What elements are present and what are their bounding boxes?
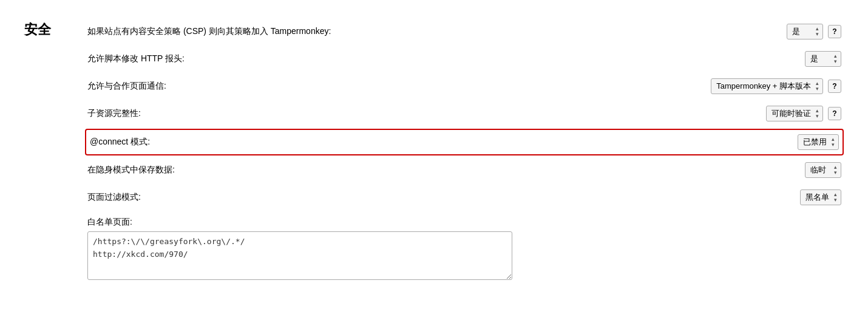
incognito-select-value: 临时 [810, 165, 826, 176]
filter-label: 页面过滤模式: [87, 192, 788, 203]
http-select-arrows: ▴▾ [834, 53, 837, 64]
subresource-control: 可能时验证 ▴▾ ? [766, 106, 841, 121]
section-title: 安全 [24, 18, 61, 285]
filter-select-value: 黑名单 [805, 192, 829, 203]
whitelist-label: 白名单页面: [87, 217, 841, 228]
connect-select-value: 已禁用 [803, 137, 827, 148]
csp-select-value: 是 [792, 26, 800, 37]
page-comm-help-button[interactable]: ? [828, 80, 841, 93]
filter-select-arrows: ▴▾ [834, 192, 837, 203]
csp-label: 如果站点有内容安全策略 (CSP) 则向其策略加入 Tampermonkey: [87, 26, 775, 37]
setting-row-whitelist: 白名单页面: /https?:\/\/greasyfork\.org\/.*/ … [85, 211, 844, 285]
setting-row-http: 允许脚本修改 HTTP 报头: 是 ▴▾ [85, 46, 844, 73]
connect-control: 已禁用 ▴▾ [798, 134, 839, 150]
connect-select-arrows: ▴▾ [832, 137, 835, 148]
incognito-label: 在隐身模式中保存数据: [87, 165, 793, 176]
filter-control: 黑名单 ▴▾ [800, 189, 841, 205]
setting-row-page-comm: 允许与合作页面通信: Tampermonkey + 脚本版本 ▴▾ ? [85, 73, 844, 100]
http-select[interactable]: 是 ▴▾ [805, 51, 841, 67]
page-comm-select[interactable]: Tampermonkey + 脚本版本 ▴▾ [711, 78, 823, 94]
incognito-control: 临时 ▴▾ [805, 162, 841, 178]
setting-row-incognito: 在隐身模式中保存数据: 临时 ▴▾ [85, 157, 844, 184]
page-comm-control: Tampermonkey + 脚本版本 ▴▾ ? [711, 78, 841, 94]
setting-row-connect: @connect 模式: 已禁用 ▴▾ [85, 129, 844, 155]
http-select-value: 是 [810, 53, 818, 64]
setting-row-csp: 如果站点有内容安全策略 (CSP) 则向其策略加入 Tampermonkey: … [85, 18, 844, 46]
subresource-select-value: 可能时验证 [771, 108, 811, 119]
subresource-help-button[interactable]: ? [828, 107, 841, 120]
csp-help-button[interactable]: ? [828, 25, 841, 38]
subresource-select-arrows: ▴▾ [816, 108, 819, 119]
incognito-select[interactable]: 临时 ▴▾ [805, 162, 841, 178]
settings-container: 安全 如果站点有内容安全策略 (CSP) 则向其策略加入 Tampermonke… [24, 18, 844, 285]
setting-row-filter: 页面过滤模式: 黑名单 ▴▾ [85, 184, 844, 211]
page-comm-select-value: Tampermonkey + 脚本版本 [716, 81, 811, 92]
page-comm-label: 允许与合作页面通信: [87, 81, 699, 92]
subresource-label: 子资源完整性: [87, 108, 754, 119]
csp-select-arrows: ▴▾ [816, 26, 819, 37]
settings-rows: 如果站点有内容安全策略 (CSP) 则向其策略加入 Tampermonkey: … [85, 18, 844, 285]
filter-select[interactable]: 黑名单 ▴▾ [800, 189, 841, 205]
connect-select[interactable]: 已禁用 ▴▾ [798, 134, 839, 150]
incognito-select-arrows: ▴▾ [834, 165, 837, 176]
setting-row-subresource: 子资源完整性: 可能时验证 ▴▾ ? [85, 100, 844, 128]
subresource-select[interactable]: 可能时验证 ▴▾ [766, 106, 823, 121]
whitelist-textarea[interactable]: /https?:\/\/greasyfork\.org\/.*/ http://… [87, 231, 512, 280]
http-control: 是 ▴▾ [805, 51, 841, 67]
page-comm-select-arrows: ▴▾ [816, 81, 819, 92]
connect-label: @connect 模式: [90, 137, 785, 148]
csp-select[interactable]: 是 ▴▾ [787, 24, 823, 39]
http-label: 允许脚本修改 HTTP 报头: [87, 53, 793, 64]
csp-control: 是 ▴▾ ? [787, 24, 841, 39]
